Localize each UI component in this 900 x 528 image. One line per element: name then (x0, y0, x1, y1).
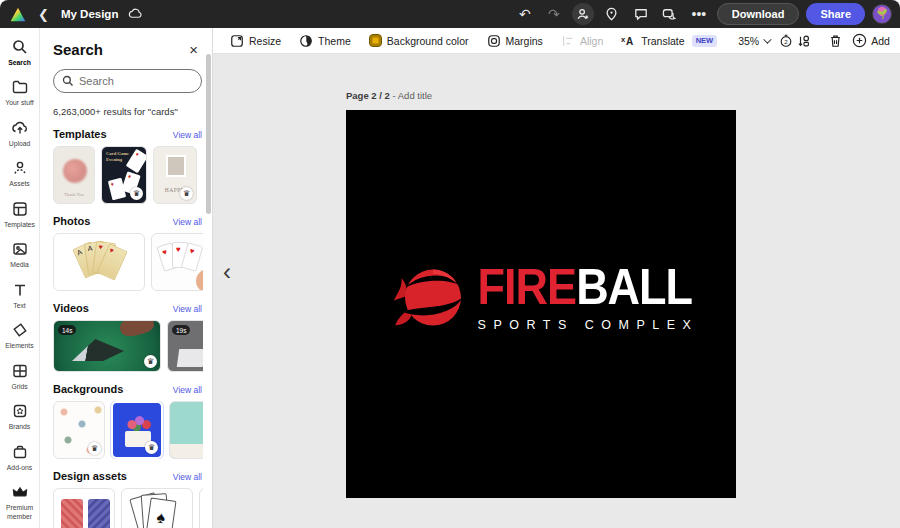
sidebar-item-label: Assets (9, 180, 29, 188)
logo-word-fire: FIRE (478, 258, 577, 315)
zoom-level-value: 35% (738, 35, 759, 47)
view-all-link[interactable]: View all (173, 304, 202, 314)
share-button[interactable]: Share (806, 3, 865, 25)
reorder-layers-icon[interactable] (797, 31, 811, 51)
template-thumbnail[interactable]: Thank You (53, 146, 95, 204)
video-thumbnail[interactable]: 19s (167, 320, 203, 372)
background-thumbnail[interactable] (53, 401, 105, 459)
section-templates: Templates View all Thank You Card Game E… (53, 128, 202, 204)
sidebar-item-label: Upload (9, 140, 31, 148)
search-icon (11, 38, 29, 56)
download-button[interactable]: Download (717, 3, 800, 25)
resize-button[interactable]: Resize (223, 31, 288, 51)
sidebar-item-search[interactable]: Search (1, 34, 39, 72)
sidebar-item-add-ons[interactable]: Add-ons (1, 439, 39, 477)
view-all-link[interactable]: View all (173, 385, 202, 395)
elements-icon (11, 321, 29, 339)
folder-icon (11, 78, 29, 96)
design-asset-thumbnail[interactable]: ♠ (121, 488, 193, 528)
grids-icon (11, 362, 29, 380)
view-all-link[interactable]: View all (173, 217, 202, 227)
background-thumbnail[interactable] (169, 401, 203, 459)
zoom-level-dropdown[interactable]: 35% (732, 32, 775, 50)
view-all-link[interactable]: View all (173, 130, 202, 140)
photo-thumbnail[interactable] (151, 233, 203, 291)
translate-button[interactable]: xA Translate NEW (614, 31, 724, 50)
add-circle-icon (852, 33, 867, 48)
sidebar-item-your-stuff[interactable]: Your stuff (1, 74, 39, 112)
location-pin-icon[interactable] (601, 3, 623, 25)
theme-button[interactable]: Theme (292, 31, 358, 51)
close-icon[interactable]: × (185, 40, 202, 59)
delete-page-icon[interactable] (829, 31, 842, 51)
app-window: ❮ My Design ↶ ↷ ••• Download Share (0, 0, 900, 528)
video-duration-badge: 14s (58, 325, 76, 335)
background-color-button[interactable]: Background color (362, 31, 476, 50)
margins-icon (487, 34, 501, 48)
video-thumbnail[interactable]: 14s (53, 320, 161, 372)
panel-scrollbar[interactable] (206, 54, 211, 214)
sidebar-item-grids[interactable]: Grids (1, 358, 39, 396)
brands-icon (11, 402, 29, 420)
sidebar-item-label: Text (13, 302, 25, 310)
add-collaborator-icon[interactable] (572, 3, 594, 25)
crown-icon (11, 483, 29, 501)
background-color-swatch-icon (369, 34, 382, 47)
comment-icon[interactable] (630, 3, 652, 25)
back-chevron-icon[interactable]: ❮ (36, 7, 51, 22)
sidebar-item-premium[interactable]: Premium member (1, 479, 39, 526)
section-title: Backgrounds (53, 383, 123, 395)
timer-icon[interactable]: 2 (779, 31, 793, 51)
theme-icon (299, 34, 313, 48)
sidebar-item-upload[interactable]: Upload (1, 115, 39, 153)
design-canvas[interactable]: FIREBALL SPORTS COMPLEX (346, 110, 736, 498)
search-panel: Search × 6,263,000+ results for "cards" … (40, 28, 213, 528)
svg-text:2: 2 (784, 38, 788, 45)
design-asset-thumbnail[interactable] (199, 488, 203, 528)
thumbnail-caption: Thank You (54, 192, 94, 197)
flower-art (63, 159, 87, 183)
page-subtitle: - Add title (392, 90, 432, 101)
previous-page-chevron[interactable]: ‹ (223, 260, 231, 284)
page-label[interactable]: Page 2 / 2 - Add title (346, 90, 432, 101)
sidebar-item-assets[interactable]: Assets (1, 155, 39, 193)
flame-icon (384, 257, 468, 341)
section-title: Photos (53, 215, 90, 227)
photo-art (166, 155, 186, 177)
photo-thumbnail[interactable] (53, 233, 145, 291)
design-asset-thumbnail[interactable] (53, 488, 115, 528)
add-ons-icon (11, 443, 29, 461)
new-badge: NEW (692, 35, 718, 47)
sidebar-item-label: Premium member (1, 504, 39, 521)
cloud-sync-icon (128, 7, 143, 22)
sidebar-item-templates[interactable]: Templates (1, 196, 39, 234)
sidebar-item-label: Media (10, 261, 29, 269)
present-icon[interactable] (659, 3, 681, 25)
section-title: Templates (53, 128, 107, 140)
user-avatar[interactable]: 🌱 (872, 4, 892, 24)
search-input[interactable] (79, 75, 193, 87)
section-title: Videos (53, 302, 89, 314)
sidebar-item-brands[interactable]: Brands (1, 398, 39, 436)
translate-icon: xA (621, 34, 636, 47)
margins-button[interactable]: Margins (480, 31, 550, 51)
sidebar-item-media[interactable]: Media (1, 236, 39, 274)
undo-icon[interactable]: ↶ (514, 3, 536, 25)
sidebar-item-elements[interactable]: Elements (1, 317, 39, 355)
add-page-button[interactable]: Add (846, 30, 896, 51)
section-videos: Videos View all 14s 19s (53, 302, 202, 372)
redo-icon[interactable]: ↷ (543, 3, 565, 25)
more-options-icon[interactable]: ••• (688, 3, 710, 25)
document-title[interactable]: My Design (61, 8, 119, 20)
sidebar-item-label: Brands (9, 423, 31, 431)
background-thumbnail[interactable] (111, 401, 163, 459)
adobe-express-logo-icon[interactable] (10, 7, 26, 22)
media-icon (11, 240, 29, 258)
template-thumbnail[interactable]: HAPPY (153, 146, 197, 204)
template-thumbnail[interactable]: Card Game Evening (101, 146, 147, 204)
sidebar-item-text[interactable]: Text (1, 277, 39, 315)
sidebar-item-label: Grids (11, 383, 27, 391)
translate-label: Translate (641, 35, 684, 47)
view-all-link[interactable]: View all (173, 472, 202, 482)
upload-icon (11, 119, 29, 137)
